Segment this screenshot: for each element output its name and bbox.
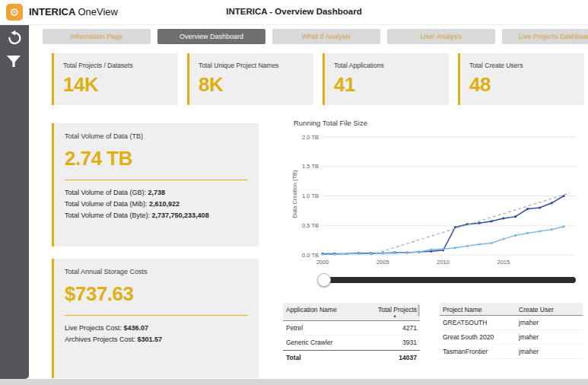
svg-text:1.5 TB: 1.5 TB [302,163,319,170]
detail-value: $301.57 [138,336,163,343]
svg-text:2010: 2010 [437,259,450,266]
card-value: 2.74 TB [65,147,248,170]
cell-create-user: jmaher [516,345,583,358]
tab-information-page[interactable]: Information Page [43,29,151,44]
svg-text:2.0 TB: 2.0 TB [302,134,319,141]
table-row[interactable]: Generic Crawler 3931 [283,336,420,350]
detail-label: Live Projects Cost: [65,324,124,332]
table-row[interactable]: GREATSOUTH jmaher [440,316,583,330]
tab-user-analysis[interactable]: User Analysis [387,29,495,44]
kpi-total-applications: Total Applications 41 [323,53,449,105]
page-title: INTERICA - Overview Dashboard [0,7,588,16]
card-value: $737.63 [65,282,248,306]
kpi-label: Total Unique Project Names [199,62,313,69]
kpi-total-unique-project-names: Total Unique Project Names 8K [187,53,313,105]
column-header-project-name[interactable]: Project Name [440,303,516,315]
table-header-row: Project Name Create User [440,303,583,316]
svg-text:2005: 2005 [377,259,389,266]
cell-project-name: GREATSOUTH [440,316,516,329]
applications-table: Application Name Total Projects ▼ Petrel… [283,303,420,364]
column-header-application-name[interactable]: Application Name [283,303,370,315]
tab-overview-dashboard[interactable]: Overview Dashboard [157,29,265,44]
page-bottom-strip [0,379,588,385]
column-header-total-projects[interactable]: Total Projects ▼ [370,303,420,320]
svg-text:2000: 2000 [316,259,329,266]
kpi-total-create-users: Total Create Users 48 [458,53,584,105]
divider [65,180,248,180]
table-scrollbar[interactable] [418,304,420,317]
detail-label: Total Volume of Data (Byte): [65,212,152,219]
detail-value: 2,737,750,233,408 [152,212,209,219]
volume-byte-line: Total Volume of Data (Byte): 2,737,750,2… [65,210,248,221]
cell-project-name: TasmanFrontier [440,345,516,358]
detail-label: Archives Projects Cost: [65,336,138,343]
left-toolbar [0,24,29,379]
table-total-row: Total 14037 [283,350,420,364]
cell-total-projects: 4271 [370,321,420,335]
kpi-value: 41 [334,73,449,97]
detail-value: 2,610,922 [149,200,180,208]
total-volume-card: Total Volume of Data (TB) 2.74 TB Total … [52,123,259,247]
table-row[interactable]: Great South 2020 jmaher [440,330,583,345]
archives-projects-cost-line: Archives Projects Cost: $301.57 [65,334,248,345]
kpi-total-projects-datasets: Total Projects / Datasets 14K [52,53,178,105]
kpi-label: Total Projects / Datasets [63,62,178,69]
svg-text:0.5 TB: 0.5 TB [302,222,319,229]
card-title: Total Annual Storage Costs [65,268,248,275]
app-header: ⚙ INTERICAOneView INTERICA - Overview Da… [0,0,588,25]
svg-text:0.0 TB: 0.0 TB [302,252,319,259]
nav-tab-bar: Information Page Overview Dashboard What… [43,29,588,44]
detail-label: Total Volume of Data (GB): [65,189,148,196]
filter-funnel-icon[interactable] [6,55,23,72]
running-total-file-size-chart: Running Total File Size Data Creation (T… [283,119,584,295]
volume-gb-line: Total Volume of Data (GB): 2,738 [65,187,248,199]
detail-value: $436.07 [124,324,149,332]
kpi-label: Total Create Users [469,62,584,69]
detail-value: 2,738 [148,189,166,196]
live-projects-cost-line: Live Projects Cost: $436.07 [65,323,248,334]
kpi-value: 48 [469,73,584,97]
kpi-label: Total Applications [334,62,449,69]
detail-label: Total Volume of Data (Mib): [65,200,149,208]
storage-costs-card: Total Annual Storage Costs $737.63 Live … [52,259,259,378]
cell-application-name: Petrel [283,321,370,335]
tab-what-if-analysis[interactable]: What If Analysis [272,29,380,44]
svg-text:1.0 TB: 1.0 TB [302,192,319,199]
divider [65,315,248,316]
volume-mib-line: Total Volume of Data (Mib): 2,610,922 [65,199,248,210]
card-title: Total Volume of Data (TB) [65,132,248,140]
cell-total-label: Total [283,351,370,364]
projects-table: Project Name Create User GREATSOUTH jmah… [440,303,583,359]
timeline-slider-track[interactable] [323,277,576,283]
timeline-slider-handle[interactable] [317,273,331,287]
svg-text:2015: 2015 [497,259,510,266]
sort-descending-icon[interactable]: ▼ [373,314,417,319]
tab-live-projects-dashboard[interactable]: Live Projects Dashboard [502,29,588,44]
cell-project-name: Great South 2020 [440,330,516,344]
kpi-value: 14K [63,73,178,97]
column-header-create-user[interactable]: Create User [516,303,583,315]
chart-title: Running Total File Size [294,119,367,127]
table-header-row: Application Name Total Projects ▼ [283,303,420,321]
column-header-label: Total Projects [378,306,417,313]
cell-total-value: 14037 [370,351,420,364]
cell-total-projects: 3931 [370,336,420,349]
chart-plot-area[interactable]: 2.0 TB1.5 TB1.0 TB0.5 TB0.0 TB2000200520… [283,129,584,271]
cell-create-user: jmaher [516,316,583,329]
back-arrow-icon[interactable] [6,30,23,46]
table-row[interactable]: Petrel 4271 [283,321,420,336]
cell-application-name: Generic Crawler [283,336,370,349]
kpi-value: 8K [199,73,313,97]
cell-create-user: jmaher [516,330,583,344]
table-row[interactable]: TasmanFrontier jmaher [440,345,583,359]
